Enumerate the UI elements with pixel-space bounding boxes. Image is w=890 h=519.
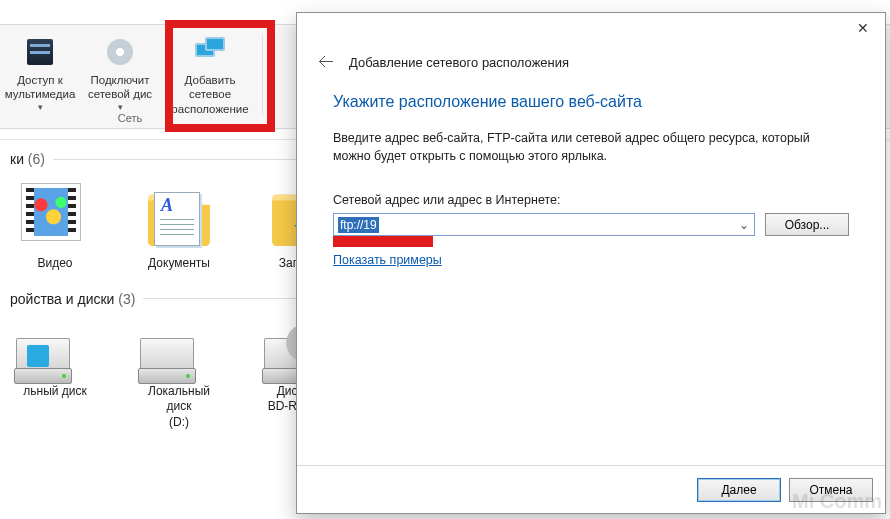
- dialog-header: 🡠 Добавление сетевого расположения: [297, 43, 885, 93]
- ribbon-group-label: Сеть: [0, 112, 260, 124]
- dropdown-icon[interactable]: ⌄: [736, 216, 752, 233]
- monitors-icon: [193, 35, 227, 69]
- folder-documents[interactable]: Документы: [134, 184, 224, 272]
- ribbon-media-label: Доступ к мультимедиа: [5, 73, 76, 102]
- ribbon-media-access[interactable]: Доступ к мультимедиа ▾: [0, 31, 80, 112]
- ribbon-connect-drive[interactable]: Подключит сетевой дис ▾: [80, 31, 160, 112]
- ribbon-addloc-label: Добавить сетевое расположение: [162, 73, 258, 116]
- item-label: Локальный диск (D:): [134, 384, 224, 431]
- address-value: ftp://19: [338, 217, 379, 233]
- chevron-down-icon: ▾: [38, 102, 43, 112]
- chevron-down-icon: ▾: [118, 102, 123, 112]
- add-network-location-wizard: ✕ 🡠 Добавление сетевого расположения Ука…: [296, 12, 886, 514]
- drive-icon: [134, 324, 200, 384]
- show-examples-link[interactable]: Показать примеры: [333, 253, 442, 267]
- server-icon: [23, 35, 57, 69]
- section-title: ки: [10, 151, 24, 167]
- watermark: Mi Comm: [792, 490, 882, 513]
- folder-videos[interactable]: Видео: [10, 184, 100, 272]
- drive-local-c[interactable]: льный диск: [10, 324, 100, 431]
- drive-icon: [10, 324, 76, 384]
- next-button[interactable]: Далее: [697, 478, 781, 502]
- documents-folder-icon: [146, 184, 212, 250]
- annotation-censor: [333, 235, 433, 247]
- address-input[interactable]: ftp://19 ⌄: [333, 213, 755, 236]
- ribbon-add-network-location[interactable]: Добавить сетевое расположение: [160, 31, 260, 116]
- separator: [262, 35, 263, 115]
- video-folder-icon: [22, 184, 88, 250]
- back-button[interactable]: 🡠: [315, 51, 337, 73]
- section-title: ройства и диски: [10, 291, 114, 307]
- address-row: ftp://19 ⌄ Обзор...: [333, 213, 849, 236]
- section-count: (6): [28, 151, 45, 167]
- ribbon-group-network: Доступ к мультимедиа ▾ Подключит сетевой…: [0, 31, 265, 116]
- disc-icon: [103, 35, 137, 69]
- wizard-title: Добавление сетевого расположения: [349, 55, 569, 70]
- item-label: Видео: [10, 256, 100, 272]
- windows-logo-icon: [27, 345, 49, 367]
- section-count: (3): [118, 291, 135, 307]
- close-button[interactable]: ✕: [841, 13, 885, 43]
- browse-button[interactable]: Обзор...: [765, 213, 849, 236]
- ribbon-connect-label: Подключит сетевой дис: [88, 73, 152, 102]
- item-label: Документы: [134, 256, 224, 272]
- dialog-body: Укажите расположение вашего веб-сайта Вв…: [297, 93, 885, 465]
- address-label: Сетевой адрес или адрес в Интернете:: [333, 193, 849, 207]
- wizard-heading: Укажите расположение вашего веб-сайта: [333, 93, 849, 111]
- dialog-titlebar: ✕: [297, 13, 885, 43]
- item-label: льный диск: [10, 384, 100, 400]
- drive-local-d[interactable]: Локальный диск (D:): [134, 324, 224, 431]
- wizard-description: Введите адрес веб-сайта, FTP-сайта или с…: [333, 129, 849, 165]
